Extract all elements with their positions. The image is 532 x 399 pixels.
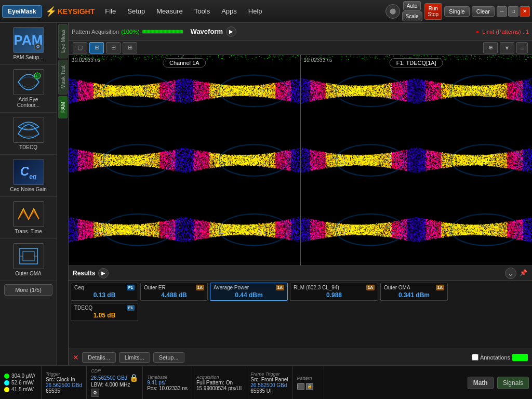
auto-scale-button[interactable]: Auto: [403, 1, 421, 11]
view-btn-quad[interactable]: ⊞: [123, 42, 137, 54]
annotations-checkbox[interactable]: [472, 354, 478, 361]
menu-tools[interactable]: Tools: [189, 5, 215, 17]
left-sidebar: PAM ⚙ PAM Setup... + Add EyeContour...: [0, 23, 57, 365]
timebase-section: Timebase 9.41 ps/ Pos: 10.02333 ns: [143, 366, 192, 399]
tdecq-result-value: 1.05 dB: [74, 312, 135, 319]
meas-a-value: 304.0 μW/: [11, 373, 35, 379]
outer-oma-icon: [13, 243, 44, 269]
avg-power-value: 0.44 dBm: [214, 291, 284, 299]
cdr-freq: 26.562500 GBd: [91, 375, 127, 381]
ceq-name: Ceq: [74, 285, 84, 290]
menu-measure[interactable]: Measure: [151, 5, 188, 17]
outer-er-name: Outer ER: [144, 285, 166, 290]
pin-button[interactable]: 📌: [520, 269, 528, 277]
sidebar-item-trans-time[interactable]: Trans. Time: [0, 197, 57, 239]
math-button[interactable]: Math: [468, 377, 494, 389]
more-button[interactable]: More (1/5): [4, 284, 52, 296]
acquisition-label: Pattern Acquisition: [72, 29, 119, 35]
cdr-settings-icon[interactable]: ⚙: [91, 389, 99, 397]
menu-items: File Setup Measure Tools Apps Help: [100, 5, 385, 17]
channel-f1-time: 10.02333 ns: [304, 57, 332, 63]
setup-button[interactable]: Setup...: [153, 352, 184, 363]
channel-1a-time: 10.02933 ns: [72, 57, 100, 63]
sidebar-item-pam-setup[interactable]: PAM ⚙ PAM Setup...: [0, 23, 57, 65]
sidebar-item-ceq[interactable]: Ceq Ceq Noise Gain: [0, 155, 57, 197]
vertical-tabs: Eye Meas Mask Test PAM: [57, 23, 69, 365]
measurement-d: 41.5 mW/: [4, 387, 37, 392]
vtab-pam[interactable]: PAM: [58, 96, 68, 118]
avg-power-badge: 1A: [276, 285, 284, 290]
measurement-a: 304.0 μW/: [4, 373, 37, 379]
run-stop-button[interactable]: RunStop: [424, 3, 443, 20]
rlm-value: 0.988: [294, 291, 375, 299]
limit-label: Limit (Patterns) : 1: [482, 29, 529, 35]
menu-file[interactable]: File: [100, 5, 121, 17]
result-cell-tdecq: TDECQ F1 1.05 dB: [71, 303, 138, 321]
results-header: Results ▶ ⌄ 📌: [69, 266, 532, 281]
details-button[interactable]: Details...: [82, 352, 116, 363]
auto-scale-button-2[interactable]: Scale: [402, 11, 422, 21]
result-cell-avg-power: Average Power 1A 0.44 dBm: [210, 283, 288, 301]
minimize-button[interactable]: ─: [497, 6, 507, 17]
error-icon: ✕: [73, 353, 79, 362]
maximize-button[interactable]: □: [508, 6, 518, 17]
scope-area: Pattern Acquisition (100%) Waveform ▶ ● …: [69, 23, 532, 365]
dot-a: [4, 374, 9, 379]
menu-apps[interactable]: Apps: [216, 5, 242, 17]
outer-oma-name: Outer OMA: [384, 285, 410, 290]
svg-text:+: +: [35, 73, 38, 79]
close-button[interactable]: ✕: [520, 6, 530, 17]
pam-icon: PAM ⚙: [13, 27, 44, 53]
circle-button[interactable]: ⬤: [385, 4, 400, 19]
menu-setup[interactable]: Setup: [122, 5, 150, 17]
view-btn-dual[interactable]: ⊞: [89, 42, 104, 54]
vtab-eye-meas[interactable]: Eye Meas: [58, 24, 68, 58]
eye-diagram-2: [301, 55, 533, 265]
keysight-logo: ⚡ KEYSIGHT: [45, 6, 95, 17]
scope-channel-1a: 10.02933 ns Channel 1A: [69, 55, 300, 265]
eye-mask-button[interactable]: Eye/Mask: [2, 5, 42, 18]
acquisition-progress: (100%): [121, 29, 139, 35]
results-row-2: TDECQ F1 1.05 dB: [71, 303, 530, 321]
green-indicator: [512, 354, 528, 361]
scope-expand-button[interactable]: ⊕: [483, 42, 498, 54]
results-play-button[interactable]: ▶: [98, 268, 109, 278]
view-btn-single[interactable]: ▢: [73, 42, 87, 54]
outer-oma-badge: 1A: [436, 285, 444, 290]
channel-1a-label: Channel 1A: [163, 58, 206, 68]
lock-pattern-icon: 🔒: [306, 383, 313, 390]
frame-trigger-freq: 26.562500 GBd: [250, 382, 288, 388]
sidebar-item-outer-oma[interactable]: Outer OMA: [0, 239, 57, 281]
outer-oma-value: 0.341 dBm: [384, 291, 444, 299]
tdecq-icon: [13, 117, 44, 143]
measurement-c: 52.6 mW/: [4, 380, 37, 385]
limits-button[interactable]: Limits...: [119, 352, 150, 363]
meas-d-value: 41.5 mW/: [11, 387, 34, 392]
waveform-play-button[interactable]: ▶: [226, 26, 236, 37]
limit-indicator: ● Limit (Patterns) : 1: [475, 29, 529, 35]
vtab-mask-test[interactable]: Mask Test: [58, 60, 68, 95]
signals-button[interactable]: Signals: [497, 377, 529, 389]
main-content: PAM ⚙ PAM Setup... + Add EyeContour...: [0, 23, 532, 365]
tdecq-label: TDECQ: [19, 144, 37, 150]
hamburger-menu[interactable]: ≡: [516, 42, 528, 54]
view-btn-triple[interactable]: ⊟: [106, 42, 121, 54]
tdecq-result-name: TDECQ: [74, 305, 92, 311]
clear-button[interactable]: Clear: [472, 6, 495, 17]
result-cell-outer-er: Outer ER 1A 4.488 dB: [140, 283, 208, 301]
avg-power-name: Average Power: [214, 285, 249, 290]
menu-help[interactable]: Help: [243, 5, 268, 17]
scope-toolbar: Pattern Acquisition (100%) Waveform ▶ ● …: [69, 23, 532, 41]
sidebar-item-add-eye[interactable]: + Add EyeContour...: [0, 65, 57, 113]
scope-expand-down[interactable]: ▼: [500, 42, 514, 54]
measurements-section: 304.0 μW/ 52.6 mW/ 41.5 mW/: [0, 366, 42, 399]
sidebar-item-tdecq[interactable]: TDECQ: [0, 113, 57, 155]
results-expand-button[interactable]: ⌄: [505, 268, 516, 279]
eye-contour-icon: +: [13, 69, 44, 95]
menu-bar: Eye/Mask ⚡ KEYSIGHT File Setup Measure T…: [0, 0, 532, 23]
single-button[interactable]: Single: [444, 6, 470, 17]
timebase-pos: Pos: 10.02333 ns: [147, 385, 188, 391]
frame-trigger-ui: 65535 UI: [250, 388, 288, 394]
trans-time-label: Trans. Time: [15, 229, 42, 234]
add-eye-label: Add EyeContour...: [17, 97, 39, 108]
